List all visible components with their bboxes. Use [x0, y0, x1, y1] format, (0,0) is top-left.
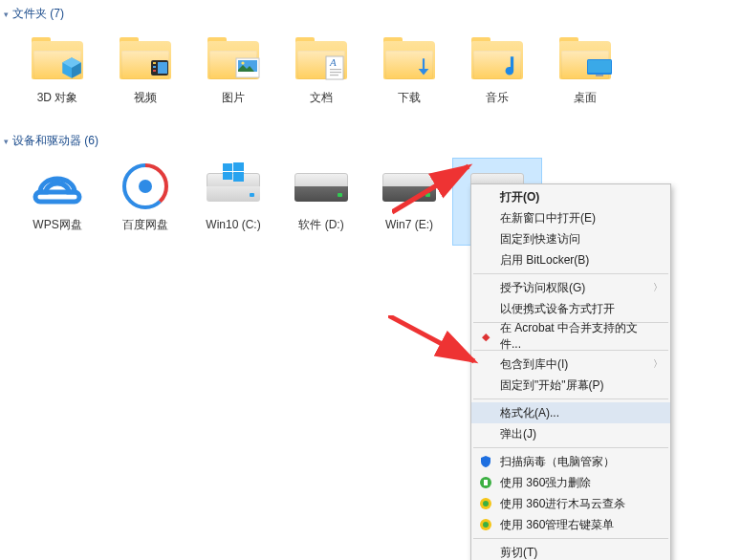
menu-item-label: 启用 BitLocker(B)	[500, 252, 589, 269]
menu-item[interactable]: 固定到"开始"屏幕(P)	[471, 375, 670, 396]
folder-item[interactable]: 下载	[365, 32, 453, 118]
menu-item[interactable]: 授予访问权限(G)〉	[471, 277, 670, 298]
menu-item[interactable]: 在新窗口中打开(E)	[471, 207, 670, 228]
folder-icon	[467, 33, 528, 87]
svg-point-19	[139, 180, 152, 193]
folder-label: 音乐	[486, 91, 509, 104]
context-menu: 打开(O)在新窗口中打开(E)固定到快速访问启用 BitLocker(B)授予访…	[470, 183, 671, 560]
section-title: 文件夹 (7)	[12, 6, 64, 22]
shield-icon	[478, 454, 493, 469]
svg-rect-11	[330, 72, 341, 73]
acrobat-icon: ◆	[478, 329, 493, 344]
menu-item[interactable]: 启用 BitLocker(B)	[471, 249, 670, 270]
menu-item[interactable]: 打开(O)	[471, 186, 670, 207]
svg-rect-25	[484, 480, 488, 485]
svg-rect-15	[596, 75, 603, 76]
device-icon-box	[291, 161, 352, 214]
menu-item-label: 在新窗口中打开(E)	[500, 210, 596, 226]
folder-icon: A	[291, 33, 352, 87]
menu-item-label: 固定到"开始"屏幕(P)	[500, 377, 604, 394]
device-item[interactable]: Win7 (E:)	[365, 159, 453, 245]
wps-icon	[31, 163, 84, 212]
menu-separator	[473, 273, 668, 274]
svg-rect-21	[233, 162, 244, 171]
submenu-arrow-icon: 〉	[653, 281, 663, 294]
device-item[interactable]: WPS网盘	[13, 159, 101, 245]
menu-item[interactable]: 使用 360强力删除	[471, 472, 670, 493]
drive-icon	[382, 173, 436, 202]
menu-separator	[473, 398, 668, 399]
folder-icon	[379, 33, 440, 87]
svg-text:A: A	[329, 56, 337, 68]
folder-item[interactable]: 图片	[189, 32, 277, 118]
svg-rect-12	[330, 75, 338, 75]
device-label: Win7 (E:)	[385, 218, 433, 231]
device-label: Win10 (C:)	[206, 218, 260, 231]
device-icon-box	[203, 161, 264, 214]
menu-item-label: 使用 360管理右键菜单	[500, 517, 614, 533]
menu-item[interactable]: 使用 360管理右键菜单	[471, 514, 670, 535]
drive-icon	[207, 173, 260, 202]
menu-item[interactable]: 使用 360进行木马云查杀	[471, 493, 670, 514]
svg-rect-10	[330, 69, 341, 70]
device-icon-box	[27, 161, 88, 214]
svg-point-7	[241, 61, 244, 64]
svg-rect-22	[223, 172, 232, 180]
svg-rect-2	[153, 66, 156, 68]
folders-grid: 3D 对象视频图片A文档下载音乐桌面	[0, 26, 741, 127]
menu-item[interactable]: 以便携式设备方式打开	[471, 298, 670, 319]
device-label: 百度网盘	[122, 218, 168, 231]
menu-item[interactable]: 固定到快速访问	[471, 228, 670, 249]
svg-rect-1	[153, 62, 156, 64]
section-title: 设备和驱动器 (6)	[12, 133, 98, 149]
svg-point-27	[483, 501, 489, 506]
section-header-devices[interactable]: ▾ 设备和驱动器 (6)	[0, 127, 741, 153]
folder-item[interactable]: A文档	[277, 32, 365, 118]
menu-item[interactable]: 剪切(T)	[471, 542, 670, 560]
drive-icon	[294, 173, 348, 202]
menu-item-label: 包含到库中(I)	[500, 356, 568, 373]
menu-item[interactable]: 弹出(J)	[471, 423, 670, 444]
svg-rect-20	[223, 163, 232, 171]
folder-label: 图片	[222, 91, 245, 104]
svg-rect-23	[233, 172, 244, 182]
menu-item-label: 在 Acrobat 中合并支持的文件...	[500, 320, 657, 353]
chevron-down-icon: ▾	[4, 10, 9, 19]
section-header-folders[interactable]: ▾ 文件夹 (7)	[0, 0, 741, 26]
folder-icon	[203, 33, 264, 87]
folder-item[interactable]: 桌面	[541, 32, 629, 118]
device-item[interactable]: Win10 (C:)	[189, 159, 277, 245]
folder-icon	[555, 33, 616, 87]
folder-item[interactable]: 音乐	[453, 32, 541, 118]
svg-rect-3	[153, 70, 156, 72]
360-icon	[478, 496, 493, 511]
menu-item-label: 以便携式设备方式打开	[500, 301, 615, 317]
menu-item-label: 格式化(A)...	[500, 405, 559, 421]
menu-separator	[473, 538, 668, 539]
folder-label: 桌面	[574, 91, 597, 104]
folder-label: 下载	[398, 91, 421, 104]
folder-label: 视频	[134, 91, 157, 104]
svg-rect-4	[158, 62, 167, 74]
svg-rect-14	[588, 60, 611, 73]
device-label: 软件 (D:)	[298, 218, 343, 231]
menu-item[interactable]: 格式化(A)...	[471, 402, 670, 423]
device-item[interactable]: 软件 (D:)	[277, 159, 365, 245]
trash-icon	[478, 475, 493, 490]
folder-icon	[27, 33, 88, 87]
menu-item[interactable]: ◆在 Acrobat 中合并支持的文件...	[471, 326, 670, 347]
device-icon-box	[115, 161, 176, 214]
device-icon-box	[379, 161, 440, 214]
svg-point-29	[483, 522, 489, 528]
menu-item-label: 打开(O)	[500, 189, 539, 205]
menu-item[interactable]: 包含到库中(I)〉	[471, 354, 670, 375]
folder-item[interactable]: 3D 对象	[13, 32, 101, 118]
chevron-down-icon: ▾	[4, 137, 9, 146]
folder-item[interactable]: 视频	[101, 32, 189, 118]
menu-item-label: 使用 360进行木马云查杀	[500, 496, 625, 512]
360-icon	[478, 517, 493, 532]
device-item[interactable]: 百度网盘	[101, 159, 189, 245]
menu-item[interactable]: 扫描病毒（电脑管家）	[471, 451, 670, 472]
menu-item-label: 授予访问权限(G)	[500, 280, 585, 296]
device-label: WPS网盘	[33, 218, 81, 231]
